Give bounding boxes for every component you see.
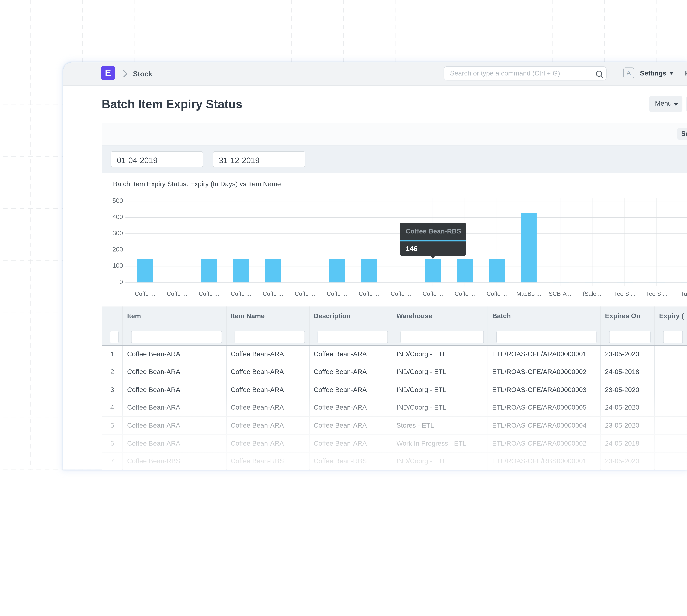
svg-text:Coffe ...: Coffe ...	[391, 290, 411, 297]
svg-text:Coffe ...: Coffe ...	[295, 290, 315, 297]
svg-text:Batch Item Expiry Status: Expi: Batch Item Expiry Status: Expiry (In Day…	[113, 180, 281, 187]
svg-text:Coffe ...: Coffe ...	[455, 290, 475, 297]
svg-text:Coffe ...: Coffe ...	[423, 290, 443, 297]
svg-text:Coffe ...: Coffe ...	[327, 290, 347, 297]
svg-text:200: 200	[113, 246, 123, 253]
svg-text:Coffe ...: Coffe ...	[487, 290, 507, 297]
svg-text:0: 0	[119, 278, 123, 285]
svg-text:(Sale ...: (Sale ...	[583, 290, 603, 297]
svg-text:500: 500	[113, 197, 123, 204]
svg-text:Coffe ...: Coffe ...	[167, 290, 187, 297]
svg-text:Coffe ...: Coffe ...	[231, 290, 251, 297]
svg-text:300: 300	[113, 229, 123, 237]
svg-text:Tun ...: Tun ...	[681, 290, 687, 297]
svg-text:100: 100	[113, 262, 123, 269]
svg-text:Coffe ...: Coffe ...	[359, 290, 379, 297]
svg-text:Coffe ...: Coffe ...	[199, 290, 219, 297]
svg-text:MacBo ...: MacBo ...	[517, 290, 541, 297]
svg-text:400: 400	[113, 213, 123, 220]
svg-text:Coffe ...: Coffe ...	[135, 290, 155, 297]
svg-text:Tee S ...: Tee S ...	[614, 290, 636, 297]
svg-text:Coffe ...: Coffe ...	[263, 290, 283, 297]
svg-text:Tee S ...: Tee S ...	[646, 290, 668, 297]
svg-text:SCB-A ...: SCB-A ...	[549, 290, 573, 297]
